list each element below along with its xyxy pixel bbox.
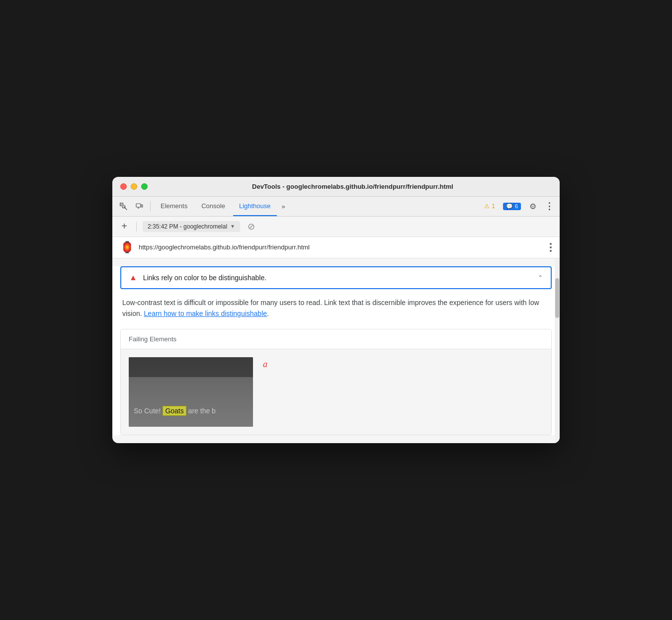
- thumbnail-text: So Cute! Goats are the b: [134, 407, 216, 415]
- scrollbar[interactable]: [555, 258, 560, 444]
- url-more-button[interactable]: [550, 243, 552, 252]
- clear-button[interactable]: ⊘: [244, 220, 258, 233]
- more-tabs-button[interactable]: »: [279, 201, 288, 212]
- element-a-label: a: [263, 359, 267, 370]
- audit-item: ▲ Links rely on color to be distinguisha…: [120, 266, 552, 289]
- url-chip[interactable]: 2:35:42 PM - googlechromelal ▼: [143, 221, 240, 232]
- chevron-up-icon[interactable]: ⌃: [538, 274, 543, 281]
- failing-elements-content: So Cute! Goats are the b a: [121, 349, 551, 435]
- warning-icon: ⚠: [484, 203, 490, 210]
- toolbar-divider: [150, 201, 151, 211]
- content-area: ▲ Links rely on color to be distinguisha…: [112, 266, 560, 436]
- devtools-toolbar: Elements Console Lighthouse » ⚠ 1 💬 6 ⚙ …: [112, 197, 560, 217]
- add-button[interactable]: +: [118, 221, 130, 232]
- lighthouse-icon: 🏮: [120, 241, 134, 254]
- more-icon: ⋮: [545, 201, 553, 212]
- tab-lighthouse[interactable]: Lighthouse: [233, 196, 277, 216]
- tab-console[interactable]: Console: [195, 196, 231, 216]
- audit-header[interactable]: ▲ Links rely on color to be distinguisha…: [121, 267, 551, 288]
- devtools-window: DevTools - googlechromelabs.github.io/fr…: [112, 177, 560, 444]
- url-row: 🏮 https://googlechromelabs.github.io/fri…: [112, 237, 560, 258]
- settings-button[interactable]: ⚙: [526, 199, 540, 213]
- scrollbar-thumb[interactable]: [555, 278, 559, 318]
- main-content: ▲ Links rely on color to be distinguisha…: [112, 258, 560, 444]
- audit-warning-icon: ▲: [129, 273, 137, 282]
- highlighted-word: Goats: [163, 406, 186, 416]
- traffic-lights: [120, 183, 148, 190]
- maximize-button[interactable]: [141, 183, 148, 190]
- comment-badge[interactable]: 💬 6: [500, 202, 524, 211]
- chevron-down-icon: ▼: [230, 224, 235, 229]
- element-indicator: a: [263, 357, 267, 370]
- window-title: DevTools - googlechromelabs.github.io/fr…: [154, 183, 552, 190]
- dot3: [550, 250, 552, 252]
- audit-description: Low-contrast text is difficult or imposs…: [112, 289, 560, 329]
- warning-badge[interactable]: ⚠ 1: [481, 202, 498, 211]
- screenshot-thumbnail: So Cute! Goats are the b: [129, 357, 253, 427]
- audit-title: Links rely on color to be distinguishabl…: [143, 274, 532, 282]
- svg-rect-8: [141, 205, 143, 207]
- svg-rect-7: [136, 204, 141, 207]
- close-button[interactable]: [120, 183, 127, 190]
- more-options-button[interactable]: ⋮: [542, 199, 556, 213]
- dot2: [550, 246, 552, 248]
- addressbar-divider: [136, 222, 137, 232]
- device-icon[interactable]: [132, 199, 146, 213]
- gear-icon: ⚙: [529, 202, 536, 211]
- failing-elements-section: Failing Elements So Cute! Goats are the …: [120, 329, 552, 435]
- dot1: [550, 243, 552, 245]
- addressbar-row: + 2:35:42 PM - googlechromelal ▼ ⊘: [112, 217, 560, 237]
- audit-url: https://googlechromelabs.github.io/frien…: [139, 243, 545, 251]
- inspect-icon[interactable]: [116, 199, 130, 213]
- title-bar: DevTools - googlechromelabs.github.io/fr…: [112, 177, 560, 197]
- svg-rect-3: [120, 203, 120, 206]
- tab-elements[interactable]: Elements: [155, 196, 193, 216]
- comment-icon: 💬: [506, 203, 513, 210]
- minimize-button[interactable]: [131, 183, 137, 190]
- learn-more-link[interactable]: Learn how to make links distinguishable: [144, 310, 267, 317]
- failing-elements-header: Failing Elements: [121, 329, 551, 349]
